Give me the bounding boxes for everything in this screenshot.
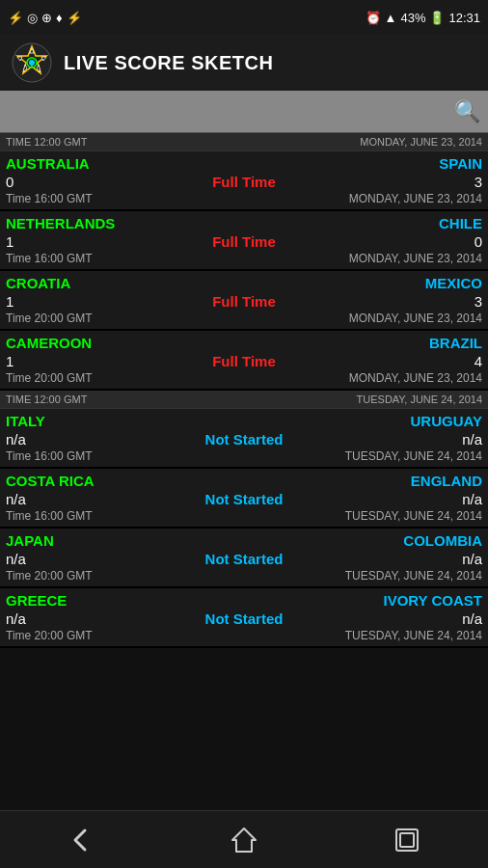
team-away-chile: CHILE (439, 215, 482, 231)
app-header: LIVE SCORE SKETCH (0, 35, 488, 91)
svg-rect-11 (400, 833, 414, 847)
time-display: 12:31 (448, 11, 480, 25)
status-croatia-mexico: Full Time (25, 293, 463, 310)
status-netherlands-chile: Full Time (25, 233, 463, 250)
date-header-right: MONDAY, JUNE 23, 2014 (360, 136, 482, 148)
score-home-croatia: 1 (6, 293, 25, 310)
date-header-left: TIME 12:00 GMT (6, 136, 87, 148)
usb2-icon: ⚡ (67, 11, 82, 25)
time-italy-uruguay: Time 16:00 GMT (6, 449, 93, 463)
score-away-england: n/a (462, 491, 482, 507)
score-away-spain: 3 (463, 174, 482, 190)
date-costarica-england: TUESDAY, JUNE 24, 2014 (345, 509, 482, 523)
team-home-cameroon: CAMEROON (6, 335, 92, 351)
time-japan-colombia: Time 20:00 GMT (6, 569, 93, 583)
date-netherlands-chile: MONDAY, JUNE 23, 2014 (349, 252, 482, 265)
bottom-nav (0, 810, 488, 868)
team-away-ivorycoast: IVORY COAST (383, 592, 482, 609)
team-home-italy: ITALY (6, 413, 45, 429)
date-header-tuesday-right: TUESDAY, JUNE 24, 2014 (357, 393, 482, 405)
match-italy-uruguay: ITALY URUGUAY n/a Not Started n/a Time 1… (0, 409, 488, 469)
team-away-colombia: COLOMBIA (403, 532, 482, 549)
score-home-greece: n/a (6, 610, 26, 627)
score-home-cameroon: 1 (6, 353, 25, 369)
date-header-tuesday-left: TIME 12:00 GMT (6, 393, 87, 405)
team-home-croatia: CROATIA (6, 275, 70, 291)
score-away-uruguay: n/a (462, 431, 482, 448)
team-home-australia: AUSTRALIA (6, 155, 90, 172)
team-home-netherlands: NETHERLANDS (6, 215, 115, 231)
back-button[interactable] (52, 821, 110, 859)
alarm-icon: ⏰ (366, 11, 381, 25)
search-input[interactable] (12, 91, 454, 132)
back-icon (66, 825, 96, 855)
status-bar: ⚡ ◎ ⊕ ♦ ⚡ ⏰ ▲ 43% 🔋 12:31 (0, 0, 488, 35)
score-away-chile: 0 (463, 233, 482, 250)
battery-text: 43% (400, 11, 425, 25)
match-australia-spain: AUSTRALIA SPAIN 0 Full Time 3 Time 16:00… (0, 151, 488, 211)
team-away-uruguay: URUGUAY (411, 413, 482, 429)
score-home-italy: n/a (6, 431, 26, 448)
home-button[interactable] (215, 821, 273, 859)
score-away-ivorycoast: n/a (462, 610, 482, 627)
score-home-japan: n/a (6, 551, 26, 567)
home-icon (229, 825, 259, 855)
date-italy-uruguay: TUESDAY, JUNE 24, 2014 (345, 449, 482, 463)
score-away-mexico: 3 (463, 293, 482, 310)
score-home-australia: 0 (6, 174, 25, 190)
score-away-colombia: n/a (462, 551, 482, 567)
date-header-monday: TIME 12:00 GMT MONDAY, JUNE 23, 2014 (0, 133, 488, 151)
date-greece-ivorycoast: TUESDAY, JUNE 24, 2014 (345, 629, 482, 642)
match-netherlands-chile: NETHERLANDS CHILE 1 Full Time 0 Time 16:… (0, 211, 488, 271)
status-costarica-england: Not Started (26, 491, 462, 507)
scores-container: TIME 12:00 GMT MONDAY, JUNE 23, 2014 AUS… (0, 133, 488, 810)
date-header-tuesday: TIME 12:00 GMT TUESDAY, JUNE 24, 2014 (0, 391, 488, 409)
svg-marker-9 (232, 828, 256, 852)
score-home-costarica: n/a (6, 491, 26, 507)
time-netherlands-chile: Time 16:00 GMT (6, 252, 93, 265)
app-logo (12, 42, 52, 83)
match-greece-ivorycoast: GREECE IVORY COAST n/a Not Started n/a T… (0, 588, 488, 648)
android-icon: ♦ (56, 11, 63, 25)
usb-icon: ⚡ (8, 11, 23, 25)
time-croatia-mexico: Time 20:00 GMT (6, 312, 93, 325)
match-croatia-mexico: CROATIA MEXICO 1 Full Time 3 Time 20:00 … (0, 271, 488, 331)
date-australia-spain: MONDAY, JUNE 23, 2014 (349, 192, 482, 205)
time-australia-spain: Time 16:00 GMT (6, 192, 93, 205)
app-title: LIVE SCORE SKETCH (64, 52, 273, 74)
team-away-mexico: MEXICO (425, 275, 482, 291)
recent-button[interactable] (378, 821, 436, 859)
match-cameroon-brazil: CAMEROON BRAZIL 1 Full Time 4 Time 20:00… (0, 331, 488, 391)
svg-point-3 (29, 60, 35, 66)
status-australia-spain: Full Time (25, 174, 463, 190)
recent-icon (392, 825, 422, 855)
team-away-brazil: BRAZIL (429, 335, 482, 351)
team-home-greece: GREECE (6, 592, 67, 609)
time-cameroon-brazil: Time 20:00 GMT (6, 371, 93, 385)
team-away-spain: SPAIN (439, 155, 482, 172)
signal-icon: ▲ (385, 11, 397, 25)
match-costarica-england: COSTA RICA ENGLAND n/a Not Started n/a T… (0, 469, 488, 529)
search-icon[interactable]: 🔍 (454, 99, 480, 124)
status-left-icons: ⚡ ◎ ⊕ ♦ ⚡ (8, 11, 82, 25)
time-greece-ivorycoast: Time 20:00 GMT (6, 629, 93, 642)
team-home-japan: JAPAN (6, 532, 54, 549)
status-greece-ivorycoast: Not Started (26, 610, 462, 627)
status-italy-uruguay: Not Started (26, 431, 462, 448)
circle-icon: ◎ (27, 11, 38, 25)
match-japan-colombia: JAPAN COLOMBIA n/a Not Started n/a Time … (0, 529, 488, 588)
time-costarica-england: Time 16:00 GMT (6, 509, 93, 523)
team-home-costarica: COSTA RICA (6, 473, 95, 489)
team-away-england: ENGLAND (411, 473, 482, 489)
score-home-netherlands: 1 (6, 233, 25, 250)
record-icon: ⊕ (41, 11, 52, 25)
date-cameroon-brazil: MONDAY, JUNE 23, 2014 (349, 371, 482, 385)
status-japan-colombia: Not Started (26, 551, 462, 567)
date-croatia-mexico: MONDAY, JUNE 23, 2014 (349, 312, 482, 325)
battery-icon: 🔋 (429, 11, 445, 25)
date-japan-colombia: TUESDAY, JUNE 24, 2014 (345, 569, 482, 583)
status-cameroon-brazil: Full Time (25, 353, 463, 369)
search-bar: 🔍 (0, 91, 488, 133)
status-right-icons: ⏰ ▲ 43% 🔋 12:31 (366, 11, 480, 25)
score-away-brazil: 4 (463, 353, 482, 369)
